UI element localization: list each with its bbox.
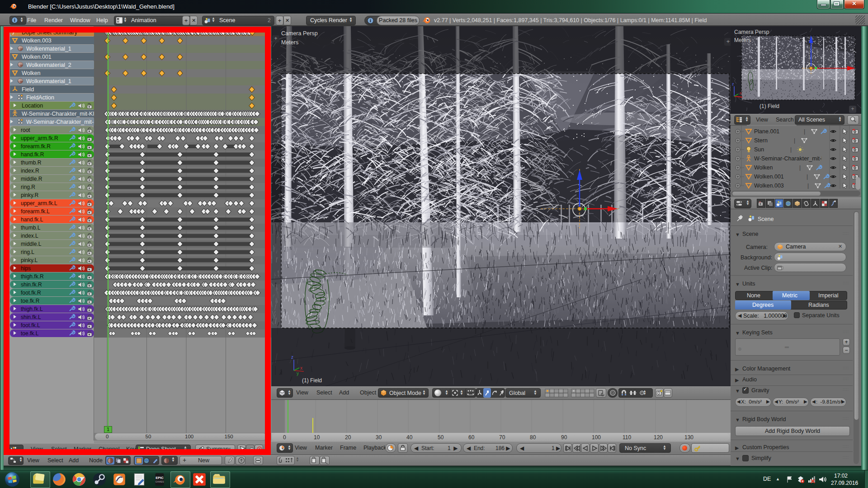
- svg-text:GAMES: GAMES: [155, 480, 164, 483]
- svg-text:EPIC: EPIC: [156, 476, 164, 480]
- svg-text:i: i: [14, 18, 15, 23]
- svg-text:i: i: [370, 18, 371, 23]
- svg-text:x: x: [300, 366, 302, 371]
- svg-text:y: y: [297, 371, 299, 376]
- svg-text:x: x: [740, 91, 742, 95]
- svg-text:z: z: [291, 355, 293, 360]
- svg-text:z: z: [732, 82, 734, 86]
